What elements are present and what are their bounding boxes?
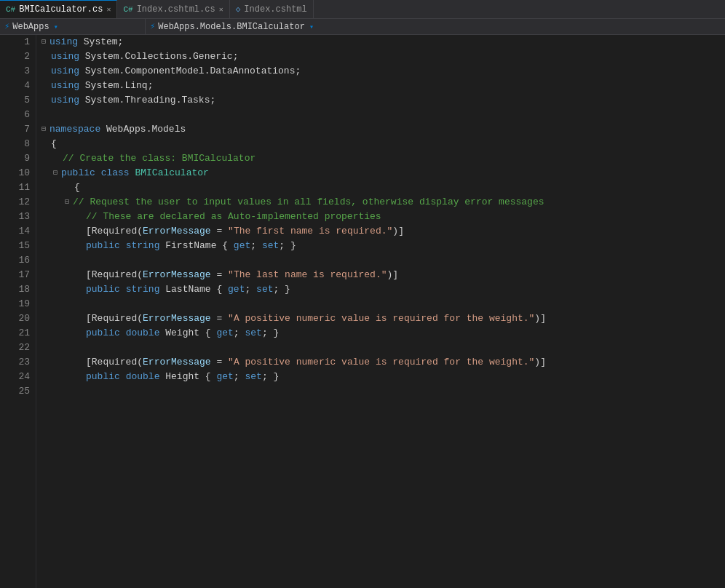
- collapse-7[interactable]: ⊟: [39, 125, 48, 134]
- tab-close-bmicalculator[interactable]: ✕: [106, 5, 111, 14]
- tab-label3: Index.cshtml: [244, 4, 306, 15]
- line-num-22: 22: [9, 341, 30, 355]
- code-line-15: public string FirstName { get; set; }: [39, 239, 725, 253]
- code-line-22: [39, 341, 725, 355]
- line-num-12: 12: [9, 195, 30, 210]
- line-num-14: 14: [9, 224, 30, 239]
- line-num-2: 2: [9, 49, 30, 64]
- code-line-1: ⊟using System;: [39, 35, 725, 49]
- code-line-7: ⊟namespace WebApps.Models: [39, 122, 725, 137]
- nav-right-icon: ⚡: [150, 21, 155, 32]
- code-area: 1 2 3 4 5 6 7 8 9 10 11 12 13 14 15 16 1…: [0, 35, 725, 588]
- file-icon: C#: [6, 5, 15, 14]
- nav-left-icon: ⚡: [4, 21, 9, 32]
- line-num-9: 9: [9, 151, 30, 166]
- tab-indexcshtmlcs[interactable]: C# Index.cshtml.cs ✕: [117, 0, 229, 18]
- code-line-21: public double Weight { get; set; }: [39, 326, 725, 341]
- tab-bmicalculator[interactable]: C# BMICalculator.cs ✕: [0, 0, 117, 18]
- code-line-8: {: [39, 137, 725, 151]
- code-line-4: using System.Linq;: [39, 79, 725, 93]
- file-icon3: ◇: [236, 4, 241, 14]
- line-num-5: 5: [9, 93, 30, 108]
- code-line-5: using System.Threading.Tasks;: [39, 93, 725, 108]
- nav-right[interactable]: ⚡ WebApps.Models.BMICalculator ▾: [146, 19, 725, 34]
- line-numbers: 1 2 3 4 5 6 7 8 9 10 11 12 13 14 15 16 1…: [0, 35, 36, 588]
- line-num-21: 21: [9, 326, 30, 341]
- tab-bar: C# BMICalculator.cs ✕ C# Index.cshtml.cs…: [0, 0, 725, 19]
- line-num-19: 19: [9, 297, 30, 311]
- line-num-15: 15: [9, 239, 30, 253]
- code-line-9: // Create the class: BMICalculator: [39, 151, 725, 166]
- line-num-16: 16: [9, 253, 30, 268]
- collapse-1[interactable]: ⊟: [39, 38, 48, 47]
- code-line-11: {: [39, 180, 725, 195]
- nav-left-dropdown[interactable]: ▾: [54, 23, 58, 31]
- line-num-7: 7: [9, 122, 30, 137]
- line-num-1: 1: [9, 35, 30, 49]
- code-line-12: ⊟// Request the user to input values in …: [39, 195, 725, 210]
- code-line-16: [39, 253, 725, 268]
- code-line-13: // These are declared as Auto-implemente…: [39, 210, 725, 224]
- code-line-2: using System.Collections.Generic;: [39, 49, 725, 64]
- line-num-6: 6: [9, 108, 30, 122]
- code-line-18: public string LastName { get; set; }: [39, 282, 725, 297]
- nav-bar: ⚡ WebApps ▾ ⚡ WebApps.Models.BMICalculat…: [0, 19, 725, 35]
- code-line-6: [39, 108, 725, 122]
- line-num-11: 11: [9, 180, 30, 195]
- code-line-17: [Required(ErrorMessage = "The last name …: [39, 268, 725, 282]
- tab-indexcshtml[interactable]: ◇ Index.cshtml: [230, 0, 314, 18]
- line-num-17: 17: [9, 268, 30, 282]
- collapse-10[interactable]: ⊟: [51, 169, 60, 178]
- code-line-24: public double Height { get; set; }: [39, 370, 725, 384]
- line-num-4: 4: [9, 79, 30, 93]
- collapse-12[interactable]: ⊟: [63, 198, 71, 207]
- line-num-20: 20: [9, 311, 30, 326]
- line-num-24: 24: [9, 370, 30, 384]
- line-num-8: 8: [9, 137, 30, 151]
- code-line-14: [Required(ErrorMessage = "The first name…: [39, 224, 725, 239]
- code-line-25: [39, 384, 725, 399]
- code-line-10: ⊟public class BMICalculator: [39, 166, 725, 180]
- nav-left-text: WebApps: [12, 22, 49, 32]
- file-icon2: C#: [123, 5, 132, 14]
- code-content[interactable]: ⊟using System; using System.Collections.…: [36, 35, 725, 588]
- tab-close-indexcshtmlcs[interactable]: ✕: [219, 5, 223, 14]
- nav-right-text: WebApps.Models.BMICalculator: [158, 22, 305, 32]
- tab-label2: Index.cshtml.cs: [137, 4, 215, 15]
- code-line-19: [39, 297, 725, 311]
- line-num-18: 18: [9, 282, 30, 297]
- code-line-23: [Required(ErrorMessage = "A positive num…: [39, 355, 725, 370]
- tab-label: BMICalculator.cs: [19, 4, 103, 15]
- line-num-13: 13: [9, 210, 30, 224]
- nav-right-dropdown[interactable]: ▾: [309, 23, 314, 31]
- code-line-3: using System.ComponentModel.DataAnnotati…: [39, 64, 725, 79]
- line-num-3: 3: [9, 64, 30, 79]
- nav-left[interactable]: ⚡ WebApps ▾: [0, 19, 146, 34]
- line-num-10: 10: [9, 166, 30, 180]
- line-num-25: 25: [9, 384, 30, 399]
- line-num-23: 23: [9, 355, 30, 370]
- code-line-20: [Required(ErrorMessage = "A positive num…: [39, 311, 725, 326]
